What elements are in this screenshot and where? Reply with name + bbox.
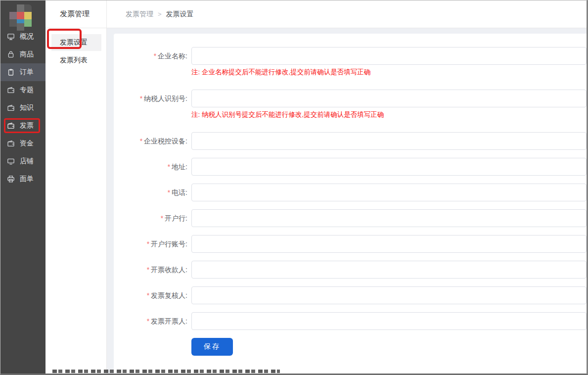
required-asterisk: *	[140, 137, 142, 145]
app-logo-mosaic	[0, 0, 45, 28]
field-note: 注: 纳税人识别号提交后不能进行修改,提交前请确认是否填写正确	[191, 110, 587, 119]
sidebar-item-invoice[interactable]: 发票	[0, 117, 45, 135]
invoice-settings-form-card: *企业名称: 注: 企业名称提交后不能进行修改,提交前请确认是否填写正确 *纳税…	[114, 34, 587, 374]
save-button[interactable]: 保存	[191, 338, 233, 356]
required-asterisk: *	[161, 214, 163, 222]
logo-tile	[24, 19, 32, 27]
payee-input[interactable]	[191, 261, 587, 279]
form-row-bank-account: *开户行账号:	[114, 235, 587, 253]
breadcrumb-separator: >	[158, 10, 162, 18]
sidebar-item-label: 订单	[20, 68, 34, 77]
tax-device-input[interactable]	[191, 132, 587, 150]
breadcrumb: 发票管理 > 发票设置	[107, 0, 587, 28]
submenu-item-invoice-settings[interactable]: 发票设置	[51, 34, 101, 51]
breadcrumb-item-invoice-management[interactable]: 发票管理	[126, 10, 153, 19]
company-name-input[interactable]	[191, 47, 587, 65]
required-asterisk: *	[140, 94, 142, 102]
field-label: *开票收款人:	[114, 261, 191, 279]
required-asterisk: *	[168, 163, 170, 171]
form-row-payee: *开票收款人:	[114, 261, 587, 279]
required-asterisk: *	[147, 266, 149, 274]
wallet-icon	[7, 86, 15, 94]
sidebar-item-label: 发票	[20, 121, 34, 130]
content-background: *企业名称: 注: 企业名称提交后不能进行修改,提交前请确认是否填写正确 *纳税…	[107, 28, 587, 374]
sidebar-item-topics[interactable]: 专题	[0, 81, 45, 99]
field-label: *开户行:	[114, 209, 191, 227]
submenu-title: 发票管理	[45, 0, 106, 28]
wallet-icon	[7, 122, 15, 130]
breadcrumb-item-invoice-settings: 发票设置	[166, 10, 194, 19]
app-window: 概况 商品 订单 专题 知识	[0, 0, 588, 375]
bag-icon	[7, 50, 15, 58]
monitor-icon	[7, 33, 15, 41]
sidebar-item-shop[interactable]: 店铺	[0, 152, 45, 170]
submenu-item-invoice-list[interactable]: 发票列表	[51, 52, 101, 69]
shop-icon	[7, 157, 15, 165]
form-row-address: *地址:	[114, 158, 587, 176]
drawer-input[interactable]	[191, 312, 587, 330]
required-asterisk: *	[154, 52, 156, 60]
sidebar-item-label: 商品	[20, 50, 34, 59]
sidebar-item-label: 资金	[20, 139, 34, 148]
clipped-bottom-text	[52, 370, 280, 373]
form-row-tax-device: *企业税控设备:	[114, 132, 587, 150]
required-asterisk: *	[147, 240, 149, 248]
form-row-drawer: *发票开票人:	[114, 312, 587, 330]
form-row-phone: *电话:	[114, 184, 587, 201]
logo-tile	[17, 12, 24, 19]
sidebar-item-funds[interactable]: 资金	[0, 135, 45, 152]
field-label: *企业名称:	[114, 47, 191, 82]
field-label: *地址:	[114, 158, 191, 176]
bank-name-input[interactable]	[191, 209, 587, 227]
sidebar-item-label: 面单	[20, 175, 34, 184]
bank-account-input[interactable]	[191, 235, 587, 253]
clipboard-icon	[7, 68, 15, 76]
wallet-icon	[7, 104, 15, 112]
sidebar-item-label: 店铺	[20, 157, 34, 166]
phone-input[interactable]	[191, 184, 587, 201]
primary-sidebar: 概况 商品 订单 专题 知识	[0, 0, 45, 374]
logo-tile	[17, 23, 24, 31]
field-label: *企业税控设备:	[114, 132, 191, 150]
logo-tile	[17, 4, 24, 12]
form-row-reviewer: *发票复核人:	[114, 286, 587, 304]
logo-tile	[9, 12, 17, 19]
sidebar-item-orders[interactable]: 订单	[0, 63, 45, 81]
field-label: *电话:	[114, 184, 191, 201]
main-area: 发票管理 > 发票设置 *企业名称: 注: 企业名称提交后不能进行修改,提交前请…	[107, 0, 587, 374]
form-row-company-name: *企业名称: 注: 企业名称提交后不能进行修改,提交前请确认是否填写正确	[114, 47, 587, 82]
field-label: *纳税人识别号:	[114, 90, 191, 124]
reviewer-input[interactable]	[191, 286, 587, 304]
required-asterisk: *	[147, 317, 149, 325]
wallet-icon	[7, 140, 15, 147]
taxpayer-id-input[interactable]	[191, 90, 587, 107]
form-row-bank-name: *开户行:	[114, 209, 587, 227]
required-asterisk: *	[147, 291, 149, 299]
form-row-taxpayer-id: *纳税人识别号: 注: 纳税人识别号提交后不能进行修改,提交前请确认是否填写正确	[114, 90, 587, 124]
sidebar-item-waybill[interactable]: 面单	[0, 170, 45, 188]
required-asterisk: *	[168, 188, 170, 196]
sidebar-item-products[interactable]: 商品	[0, 46, 45, 63]
invoice-submenu-panel: 发票管理 发票设置 发票列表	[45, 0, 107, 374]
logo-tile	[24, 12, 32, 19]
sidebar-item-label: 专题	[20, 86, 34, 94]
field-label: *发票开票人:	[114, 312, 191, 330]
address-input[interactable]	[191, 158, 587, 176]
sidebar-item-knowledge[interactable]: 知识	[0, 99, 45, 117]
sidebar-item-label: 概况	[20, 32, 34, 41]
printer-icon	[7, 175, 15, 183]
logo-tile	[9, 19, 17, 27]
field-label: *开户行账号:	[114, 235, 191, 253]
logo-tile	[24, 4, 32, 12]
sidebar-item-label: 知识	[20, 103, 34, 112]
field-label: *发票复核人:	[114, 286, 191, 304]
field-note: 注: 企业名称提交后不能进行修改,提交前请确认是否填写正确	[191, 68, 587, 77]
